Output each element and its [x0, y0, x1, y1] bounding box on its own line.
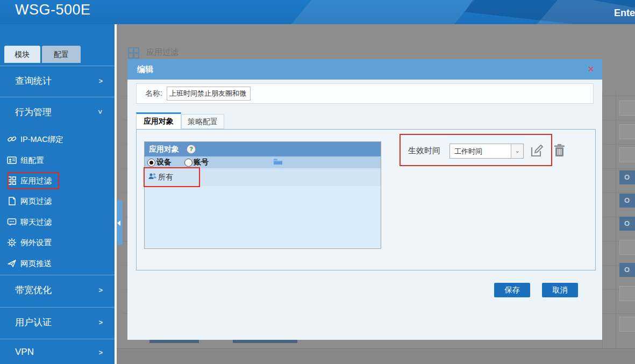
table-grid-line: [602, 91, 603, 348]
annotation-box-app-filter: [8, 172, 59, 189]
sidebar-item-ip-mac-binding[interactable]: IP-MAC绑定: [0, 130, 115, 149]
dialog-header: 编辑 ✕: [127, 59, 602, 80]
tab-application-object[interactable]: 应用对象: [136, 112, 181, 129]
edit-dialog: 编辑 ✕ 名称: 应用对象 策略配置 应用对象 ? 设备 账号: [127, 59, 602, 340]
sidebar-item-label: 网页过滤: [20, 196, 52, 206]
keyboard-decoration: [285, 0, 478, 24]
row-button-dimmed: [619, 240, 635, 255]
chevron-right-icon: >: [98, 318, 103, 326]
sidebar-item-label: IP-MAC绑定: [20, 134, 63, 145]
close-icon[interactable]: ✕: [588, 64, 595, 74]
row-toggle-dimmed: O: [619, 217, 635, 231]
id-card-icon: [7, 155, 17, 165]
page: WSG-500E Ente 模块 配置 查询统计 > 行为管理 > IP-MAC…: [0, 0, 635, 364]
sidebar-item-exception-settings[interactable]: 例外设置: [0, 233, 115, 252]
sidebar-section-bandwidth[interactable]: 带宽优化 >: [0, 275, 115, 304]
sidebar-item-web-filter[interactable]: 网页过滤: [0, 191, 115, 211]
cancel-button[interactable]: 取消: [542, 283, 578, 297]
section-label: 行为管理: [15, 105, 52, 118]
radio-device[interactable]: [147, 159, 155, 167]
web-page-icon: [7, 196, 17, 206]
sidebar-tab-modules[interactable]: 模块: [4, 46, 40, 63]
panel-header: 应用对象 ?: [145, 142, 381, 156]
annotation-box-tree-all: [144, 167, 200, 187]
sidebar-divider: [115, 24, 117, 364]
app-filter-page-icon: [128, 47, 139, 58]
sidebar-section-behavior-mgmt[interactable]: 行为管理 >: [0, 97, 115, 126]
chevron-right-icon: >: [98, 286, 103, 294]
radio-device-label: 设备: [156, 158, 172, 167]
gear-icon: [7, 238, 17, 247]
annotation-box-effective-time: [399, 134, 552, 166]
row-button-dimmed: [619, 286, 635, 301]
link-icon: [7, 134, 17, 144]
row-button-dimmed: [619, 101, 635, 116]
radio-account-label: 账号: [194, 158, 209, 167]
sidebar: 模块 配置 查询统计 > 行为管理 > IP-MAC绑定 组配置 应用过滤 网页…: [0, 24, 115, 364]
save-button[interactable]: 保存: [494, 283, 530, 297]
sidebar-section-query-stats[interactable]: 查询统计 >: [0, 66, 115, 95]
app-title: WSG-500E: [15, 2, 91, 18]
sidebar-tab-config[interactable]: 配置: [42, 46, 81, 63]
page-title: 应用过滤: [146, 47, 179, 58]
folder-icon[interactable]: [273, 158, 283, 167]
sidebar-section-vpn[interactable]: VPN >: [0, 339, 115, 364]
sidebar-item-label: 聊天过滤: [20, 217, 52, 227]
row-button-dimmed: [619, 147, 635, 162]
page-button-dimmed: [149, 340, 199, 343]
name-field-row: 名称:: [136, 83, 594, 104]
table-grid-line: [616, 91, 616, 348]
name-input[interactable]: [167, 87, 251, 101]
collapse-arrow-icon: [117, 220, 120, 226]
sidebar-item-label: 组配置: [20, 155, 44, 166]
panel-header-label: 应用对象: [149, 145, 179, 154]
send-icon: [7, 259, 17, 268]
section-label: 查询统计: [15, 75, 52, 87]
delete-time-icon[interactable]: [554, 144, 565, 160]
radio-account[interactable]: [184, 159, 192, 167]
help-icon[interactable]: ?: [187, 145, 196, 154]
section-label: VPN: [15, 347, 34, 358]
chat-icon: [7, 217, 17, 227]
page-footer-dimmed: [117, 349, 635, 364]
chevron-right-icon: >: [98, 348, 103, 356]
name-label: 名称:: [145, 89, 162, 98]
sidebar-item-web-push[interactable]: 网页推送: [0, 254, 115, 273]
top-bar: WSG-500E Ente: [0, 0, 635, 24]
row-toggle-dimmed: O: [619, 170, 635, 184]
page-button-dimmed: [233, 340, 297, 343]
chevron-right-icon: >: [98, 77, 103, 85]
sidebar-section-user-auth[interactable]: 用户认证 >: [0, 307, 115, 336]
section-label: 带宽优化: [15, 284, 52, 296]
dialog-title: 编辑: [137, 59, 153, 80]
tab-policy-config[interactable]: 策略配置: [181, 114, 224, 129]
section-label: 用户认证: [15, 316, 52, 328]
page-footer-line: [117, 348, 635, 349]
sidebar-item-label: 网页推送: [20, 259, 52, 269]
row-toggle-dimmed: O: [619, 263, 635, 277]
object-type-radio-row: 设备 账号: [145, 156, 381, 168]
sidebar-item-chat-filter[interactable]: 聊天过滤: [0, 212, 115, 232]
chevron-down-icon: >: [97, 110, 105, 114]
header-right-text: Ente: [614, 8, 635, 19]
sidebar-item-label: 例外设置: [20, 238, 52, 248]
row-button-dimmed: [619, 317, 635, 332]
sidebar-item-group-config[interactable]: 组配置: [0, 151, 115, 170]
application-object-panel: 应用对象 ? 设备 账号 所有: [144, 141, 381, 249]
row-toggle-dimmed: O: [619, 194, 635, 208]
row-button-dimmed: [619, 124, 635, 139]
sidebar-collapse-handle[interactable]: [117, 200, 123, 245]
